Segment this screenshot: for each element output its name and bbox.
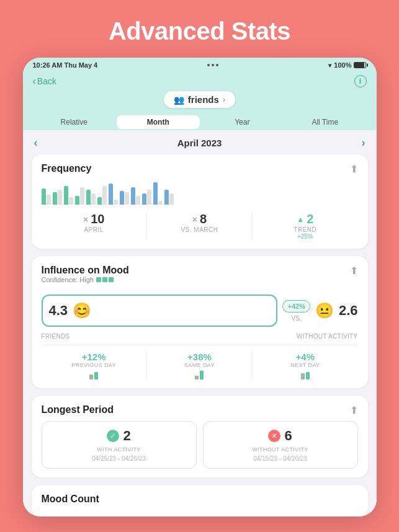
conf-bar-2 [102,277,107,282]
friends-icon: 👥 [174,95,184,105]
confidence-text: Confidence: High [42,276,94,283]
info-button[interactable]: i [354,75,367,87]
chevron-right-icon: › [223,95,225,104]
phone-frame: 10:26 AM Thu May 4 ▾ 100% ‹ Back i [23,58,377,516]
mood-stats-row: +12% PREVIOUS DAY +38% SAME DAY [42,345,358,379]
tab-month[interactable]: Month [117,115,200,129]
mood-count-title: Mood Count [42,494,99,505]
tabs-row: Relative Month Year All Time [33,114,367,130]
mood-label-with: FRIENDS [42,333,70,340]
conf-bar-1 [96,277,101,282]
wifi-icon: ▾ [328,62,331,69]
mood-with-activity: 4.3 😊 [42,295,278,327]
vs-badge: +42% [282,300,310,313]
check-icon: ✓ [107,430,119,442]
status-bar: 10:26 AM Thu May 4 ▾ 100% [23,58,377,71]
confidence-row: Confidence: High [42,276,129,283]
frequency-card: Frequency ⬆ [32,154,368,249]
battery-icon [354,62,366,68]
back-chevron-icon: ‹ [33,76,36,87]
longest-num-without: 6 [284,428,292,444]
longest-with-activity: ✓ 2 WITH ACTIVITY 04/25/23 - 04/26/23 [42,421,197,469]
prev-month-button[interactable]: ‹ [34,136,38,149]
mood-stat-sameday: +38% SAME DAY [146,352,252,379]
frequency-bars [42,180,358,205]
freq-stat-march: ×8 VS. MARCH [146,212,252,240]
content-area: ‹ April 2023 › Frequency ⬆ [23,130,377,516]
mood-score-without: 2.6 [339,303,358,319]
battery-label: 100% [334,61,351,69]
x-icon: ✕ [268,430,280,442]
influence-share-icon[interactable]: ⬆ [350,265,358,277]
tab-relative[interactable]: Relative [33,114,116,130]
back-button[interactable]: ‹ Back [33,76,56,87]
tab-alltime[interactable]: All Time [284,114,367,130]
next-month-button[interactable]: › [362,136,365,149]
influence-title: Influence on Mood [42,265,129,276]
mood-label-without: WITHOUT ACTIVITY [297,333,358,340]
vs-label: VS. [292,315,302,322]
friends-pill[interactable]: 👥 friends › [33,91,367,108]
longest-date-with: 04/25/23 - 04/26/23 [92,455,146,462]
month-nav: ‹ April 2023 › [23,130,377,154]
mood-without-activity: 😐 2.6 [315,302,358,319]
freq-stat-april: ×10 APRIL [42,212,146,240]
longest-period-card: Longest Period ⬆ ✓ 2 WITH ACTIVITY 04/25… [32,396,368,477]
friends-label: friends [188,94,219,105]
longest-without-activity: ✕ 6 WITHOUT ACTIVITY 04/15/23 - 04/20/23 [203,421,358,469]
tab-year[interactable]: Year [201,114,284,130]
status-time: 10:26 AM Thu May 4 [33,61,98,69]
freq-stat-trend: ▲2 TREND +25% [252,212,357,240]
longest-label-without: WITHOUT ACTIVITY [252,446,308,453]
mood-score-with: 4.3 [49,303,68,319]
month-label: April 2023 [177,138,222,148]
frequency-share-icon[interactable]: ⬆ [350,163,358,175]
back-label: Back [37,76,56,86]
longest-title: Longest Period [42,404,114,415]
longest-row: ✓ 2 WITH ACTIVITY 04/25/23 - 04/26/23 ✕ … [42,421,358,469]
longest-date-without: 04/15/23 - 04/20/23 [253,455,307,462]
page-title: Advanced Stats [109,0,290,58]
mood-emoji-with: 😊 [73,302,91,319]
longest-label-with: WITH ACTIVITY [97,446,141,453]
mood-stat-nextday: +4% NEXT DAY [252,352,357,379]
conf-bar-3 [109,277,114,282]
frequency-title: Frequency [42,163,92,174]
longest-share-icon[interactable]: ⬆ [350,404,358,416]
influence-mood-card: Influence on Mood Confidence: High ⬆ 4.3 [32,256,368,388]
longest-num-with: 2 [123,428,130,444]
mood-emoji-without: 😐 [315,302,334,319]
mood-count-card: Mood Count [32,485,368,516]
frequency-stats: ×10 APRIL ×8 VS. MARCH ▲2 TREND +25% [42,212,358,240]
mood-stat-prevday: +12% PREVIOUS DAY [42,352,146,379]
mood-compare: 4.3 😊 +42% VS. 😐 2.6 [42,295,358,327]
header-area: ‹ Back i 👥 friends › Relative Month Year… [23,71,377,130]
